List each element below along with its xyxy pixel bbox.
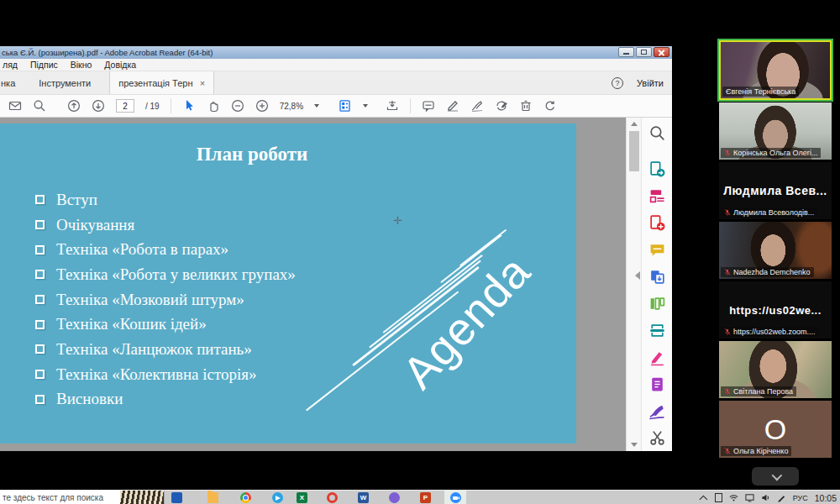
minimize-button[interactable] <box>618 47 634 57</box>
scan-ocr-icon[interactable] <box>648 322 666 339</box>
participant-tile-active-speaker[interactable]: Євгенія Тернієвська <box>719 40 832 100</box>
square-bullet-icon <box>35 295 45 304</box>
zoom-out-icon[interactable] <box>231 99 244 113</box>
select-tool-icon[interactable] <box>182 99 196 113</box>
square-bullet-icon <box>35 344 45 354</box>
comment-icon[interactable] <box>422 99 435 113</box>
display-icon[interactable] <box>745 493 754 502</box>
participant-tile[interactable]: Людмила Всев... Людмила Всеволодів... <box>719 162 832 219</box>
zoom-in-icon[interactable] <box>255 99 269 113</box>
opera-icon[interactable] <box>327 492 338 503</box>
edit-pdf-icon[interactable] <box>648 187 666 205</box>
scroll-down-icon[interactable] <box>631 443 638 447</box>
menu-help[interactable]: Довідка <box>104 60 136 70</box>
excel-icon[interactable]: X <box>297 492 307 503</box>
menubar: ляд Підпис Вікно Довідка <box>0 59 672 71</box>
page-display-icon[interactable] <box>339 99 352 113</box>
menu-sign[interactable]: Підпис <box>30 60 58 70</box>
list-item: Техніка «Колективна історія» <box>35 362 296 387</box>
square-bullet-icon <box>35 395 45 404</box>
participant-tile[interactable]: Nadezhda Demchenko <box>719 222 832 279</box>
create-pdf-icon[interactable] <box>648 214 666 232</box>
collapse-panel-icon[interactable] <box>635 271 640 280</box>
previous-page-icon[interactable] <box>67 99 81 113</box>
hand-tool-icon[interactable] <box>207 99 220 113</box>
file-explorer-icon[interactable] <box>207 492 218 503</box>
vertical-scrollbar[interactable] <box>626 118 641 451</box>
more-participants-button[interactable] <box>752 467 799 486</box>
taskbar-clock[interactable]: 10:05 <box>815 493 837 503</box>
slide-page: План роботи Вступ Очікування Техніка «Ро… <box>0 123 576 444</box>
wifi-icon[interactable] <box>729 493 738 502</box>
refresh-icon[interactable] <box>543 99 557 113</box>
participant-name-label: Людмила Всеволодів... <box>721 207 817 218</box>
email-icon[interactable] <box>8 99 22 113</box>
telegram-icon[interactable] <box>272 492 283 503</box>
more-tools-icon[interactable] <box>648 429 666 447</box>
sign-in-button[interactable]: Увійти <box>637 78 664 88</box>
language-indicator[interactable]: РУС <box>793 494 808 502</box>
help-icon[interactable]: ? <box>612 77 623 89</box>
mic-muted-icon <box>724 387 731 396</box>
mouse-cursor: ✛ <box>393 214 402 227</box>
square-bullet-icon <box>35 320 45 329</box>
delete-icon[interactable] <box>519 99 533 113</box>
zoom-level-value[interactable]: 72,8% <box>280 102 303 111</box>
titlebar[interactable]: ська Є.Й. (розширена).pdf - Adobe Acroba… <box>0 46 672 59</box>
square-bullet-icon <box>35 270 45 279</box>
participant-name-label: Ольга Кіріченко <box>721 446 791 456</box>
save-download-icon[interactable] <box>386 99 399 113</box>
sign-icon[interactable] <box>470 99 484 113</box>
chevron-down-icon <box>771 470 782 480</box>
next-page-icon[interactable] <box>92 99 105 113</box>
export-pdf-icon[interactable] <box>648 160 666 178</box>
comment-tool-icon[interactable] <box>648 241 666 259</box>
zoom-app-active[interactable] <box>444 491 466 504</box>
tab-close-icon[interactable]: × <box>200 78 205 88</box>
chrome-icon[interactable] <box>240 492 251 503</box>
page-display-caret[interactable] <box>363 104 368 108</box>
fill-sign-icon[interactable] <box>648 402 666 420</box>
highlight-icon[interactable] <box>446 99 459 113</box>
volume-icon[interactable] <box>761 493 770 502</box>
acrobat-window: ська Є.Й. (розширена).pdf - Adobe Acroba… <box>0 46 672 451</box>
participant-tile[interactable]: O Ольга Кіріченко <box>719 401 832 458</box>
viber-icon[interactable] <box>389 492 400 503</box>
tabbar: нка Інструменти презентація Терніє... × … <box>0 71 672 94</box>
organize-pages-icon[interactable] <box>648 295 666 312</box>
window-title: ська Є.Й. (розширена).pdf - Adobe Acroba… <box>2 48 213 57</box>
search-icon[interactable] <box>33 99 46 113</box>
square-bullet-icon <box>35 245 45 255</box>
tools-panel <box>641 118 672 451</box>
scroll-up-icon[interactable] <box>631 122 638 126</box>
powerpoint-icon[interactable]: P <box>420 492 431 503</box>
search-tools-icon[interactable] <box>648 124 666 142</box>
app-icon-blue[interactable] <box>171 492 182 503</box>
page-number-input[interactable]: 2 <box>116 99 134 113</box>
menu-window[interactable]: Вікно <box>71 60 92 70</box>
taskbar-search-input[interactable]: те здесь текст для поиска <box>0 491 165 504</box>
participant-tile[interactable]: https://us02we... https://us02web.zoom..… <box>719 281 832 339</box>
redact-icon[interactable] <box>648 349 666 366</box>
tab-document[interactable]: презентація Терніє... × <box>109 71 214 94</box>
zoom-dropdown-caret[interactable] <box>314 104 319 108</box>
document-area: План роботи Вступ Очікування Техніка «Ро… <box>0 118 672 451</box>
tray-expand-icon[interactable] <box>699 496 707 504</box>
battery-icon[interactable] <box>715 493 722 502</box>
square-bullet-icon <box>35 220 45 229</box>
restore-button[interactable] <box>636 47 652 57</box>
tab-tools[interactable]: Інструменти <box>20 78 109 88</box>
combine-files-icon[interactable] <box>648 268 666 286</box>
close-button[interactable] <box>654 47 669 57</box>
word-icon[interactable]: W <box>358 492 369 503</box>
menu-view[interactable]: ляд <box>3 60 18 70</box>
tab-home-partial[interactable]: нка <box>0 78 20 88</box>
stamp-icon[interactable] <box>495 99 508 113</box>
participant-tile[interactable]: Корінська Ольга Олегі... <box>719 102 832 160</box>
scrollbar-thumb[interactable] <box>629 131 639 171</box>
protect-icon[interactable] <box>648 375 666 393</box>
search-highlight-image[interactable] <box>120 491 165 504</box>
toolbar-divider <box>410 98 411 113</box>
participant-tile[interactable]: Світлана Перова <box>719 341 832 398</box>
pen-icon[interactable] <box>777 493 786 502</box>
